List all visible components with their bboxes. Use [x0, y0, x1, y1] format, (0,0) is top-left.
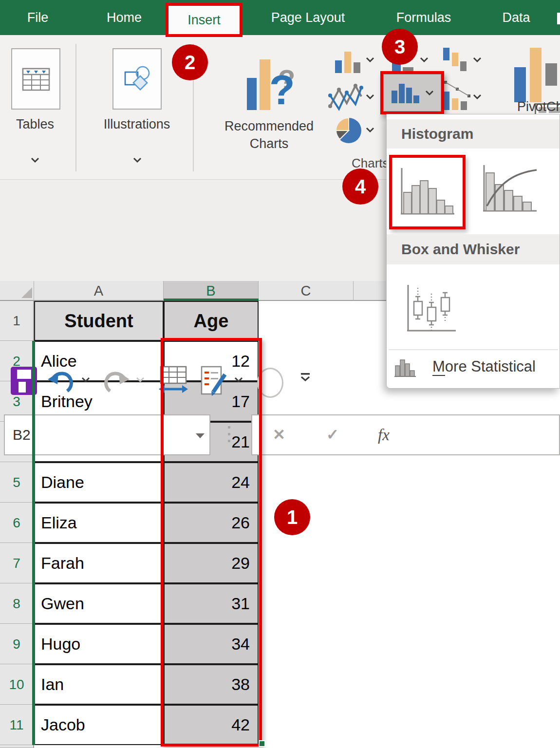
cell-a6[interactable]: Eliza [34, 503, 164, 543]
cell-b6[interactable]: 26 [164, 503, 259, 543]
row-header-9[interactable]: 9 [0, 624, 34, 664]
pie-chart-button[interactable] [334, 117, 363, 147]
annotation-badge-4: 4 [342, 168, 378, 205]
histogram-icon [391, 81, 421, 105]
cell-a1[interactable]: Student [34, 301, 164, 341]
row-header-10[interactable]: 10 [0, 664, 34, 705]
chevron-down-icon[interactable] [30, 157, 40, 163]
oval-shape-button[interactable] [257, 368, 283, 398]
line-chart-icon [327, 81, 364, 114]
cell-b7[interactable]: 29 [164, 543, 259, 583]
statistical-chart-highlight-box [380, 71, 444, 114]
svg-text:?: ? [269, 66, 295, 113]
undo-button[interactable] [47, 369, 75, 395]
statistical-chart-menu: Histogram [386, 114, 560, 389]
tab-partial-next [557, 13, 560, 24]
combo-chart-button[interactable] [442, 78, 472, 115]
chevron-down-icon[interactable] [425, 90, 434, 96]
column-chart-icon [334, 50, 362, 74]
annotation-badge-3: 3 [382, 29, 418, 65]
pie-chart-icon [334, 117, 363, 145]
table-icon [21, 64, 51, 94]
chevron-down-icon[interactable] [365, 127, 375, 133]
illustrations-icon [122, 64, 152, 94]
annotation-badge-1: 1 [274, 499, 310, 535]
more-statistical-menu-item[interactable]: More Statistical [387, 353, 560, 380]
line-chart-button[interactable] [327, 81, 364, 116]
cell-b10[interactable]: 38 [164, 664, 259, 705]
waterfall-chart-icon [442, 47, 471, 74]
cell-a11[interactable]: Jacob [34, 705, 164, 745]
cell-a8[interactable]: Gwen [34, 583, 164, 624]
pareto-chart-option[interactable] [480, 162, 540, 219]
chevron-down-icon[interactable] [365, 56, 375, 63]
cell-b8[interactable]: 31 [164, 583, 259, 624]
column-header-a[interactable]: A [34, 280, 164, 301]
tab-formulas[interactable]: Formulas [375, 0, 472, 35]
histogram-chart-option[interactable] [397, 164, 458, 221]
pivotchart-label: PivotChart [517, 99, 560, 114]
chevron-down-icon[interactable] [81, 376, 91, 383]
cell-a9[interactable]: Hugo [34, 624, 164, 664]
chevron-down-icon[interactable] [234, 376, 243, 383]
cell-a5[interactable]: Diane [34, 462, 164, 503]
pivotchart-button[interactable] [512, 45, 560, 108]
illustrations-button[interactable] [112, 48, 162, 110]
cell-b11[interactable]: 42 [164, 705, 259, 745]
cell-a10[interactable]: Ian [34, 664, 164, 705]
pivotchart-icon [512, 45, 560, 106]
enter-icon[interactable]: ✓ [326, 415, 339, 454]
waterfall-chart-button[interactable] [442, 47, 471, 76]
chevron-down-icon[interactable] [132, 157, 142, 163]
tab-data[interactable]: Data [482, 0, 550, 35]
column-header-b[interactable]: B [164, 280, 259, 301]
column-width-button[interactable] [158, 366, 189, 397]
formula-bar-resize-handle[interactable] [228, 426, 230, 442]
histogram-option-highlight-box [389, 155, 466, 229]
row-header-8[interactable]: 8 [0, 583, 34, 624]
name-box-dropdown-icon[interactable] [196, 433, 205, 438]
customize-qat-button[interactable] [300, 373, 311, 382]
row-header-6[interactable]: 6 [0, 503, 34, 543]
illustrations-label: Illustrations [100, 117, 173, 132]
row-header-1[interactable]: 1 [0, 301, 34, 341]
box-whisker-section-header: Box and Whisker [387, 234, 560, 264]
fill-handle[interactable] [259, 740, 265, 747]
chevron-down-icon[interactable] [365, 94, 375, 100]
cell-a7[interactable]: Farah [34, 543, 164, 583]
cell-b1[interactable]: Age [164, 301, 259, 341]
row-header-12-partial[interactable] [0, 745, 34, 748]
cancel-icon[interactable]: ✕ [273, 415, 285, 454]
insert-function-icon[interactable]: fx [378, 415, 390, 454]
more-statistical-label: More Statistical [432, 353, 536, 380]
edit-list-button[interactable] [199, 366, 229, 397]
chevron-down-icon[interactable] [472, 94, 482, 100]
row-header-11[interactable]: 11 [0, 705, 34, 745]
tables-label: Tables [5, 117, 65, 132]
tab-insert[interactable]: Insert [168, 6, 240, 34]
histogram-section-header: Histogram [387, 119, 560, 149]
column-header-c[interactable]: C [259, 280, 354, 301]
column-chart-button[interactable] [334, 50, 362, 76]
recommended-charts-label-line2: Charts [209, 136, 329, 151]
row-header-5[interactable]: 5 [0, 462, 34, 503]
save-icon [17, 370, 31, 379]
statistical-chart-button[interactable] [383, 74, 441, 112]
redo-button[interactable] [102, 369, 131, 395]
box-whisker-chart-option[interactable] [404, 284, 458, 335]
combo-chart-icon [442, 78, 472, 113]
tab-home[interactable]: Home [88, 0, 161, 35]
cell-b5[interactable]: 24 [164, 462, 259, 503]
recommended-charts-button[interactable]: ? ? [246, 54, 299, 114]
tab-file[interactable]: File [15, 0, 61, 35]
chevron-down-icon[interactable] [419, 56, 429, 63]
chevron-down-icon[interactable] [472, 56, 482, 63]
row-header-7[interactable]: 7 [0, 543, 34, 583]
annotation-badge-2: 2 [172, 44, 208, 80]
cell-b9[interactable]: 34 [164, 624, 259, 664]
formula-bar[interactable]: ✕ ✓ fx [251, 414, 560, 455]
tables-button[interactable] [11, 48, 60, 110]
tab-page-layout[interactable]: Page Layout [246, 0, 370, 35]
recommended-charts-label-line1: Recommended [209, 119, 329, 134]
selected-rows-accent [32, 341, 35, 745]
